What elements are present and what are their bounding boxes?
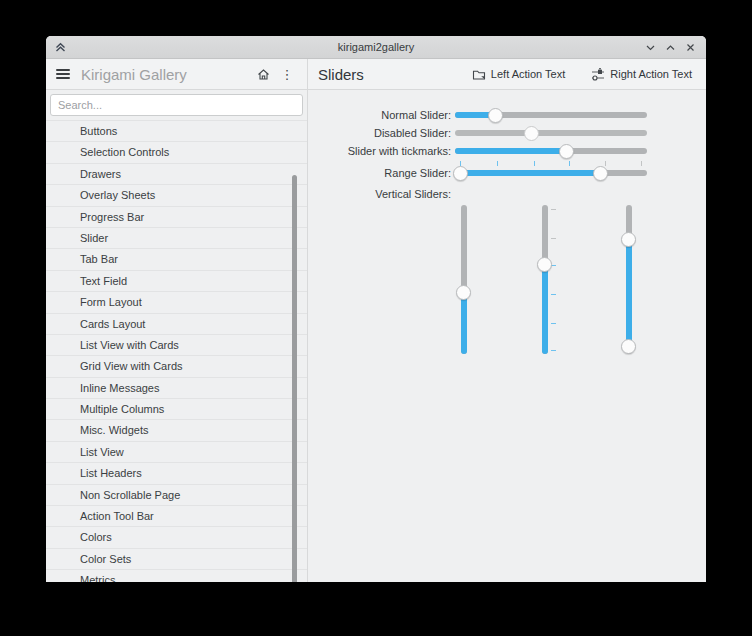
maximize-button[interactable] <box>664 41 677 54</box>
levels-icon <box>591 68 605 81</box>
disabled-slider-row: Disabled Slider: <box>308 125 647 141</box>
slider-handle[interactable] <box>621 232 636 247</box>
window-title: kirigami2gallery <box>46 41 706 53</box>
disabled-slider <box>455 125 647 141</box>
kebab-icon: ⋮ <box>281 68 294 81</box>
sidebar-item[interactable]: Buttons <box>46 121 307 142</box>
vertical-slider-1[interactable] <box>456 205 471 354</box>
slider-handle[interactable] <box>488 108 503 123</box>
disabled-slider-label: Disabled Slider: <box>308 127 455 139</box>
slider-handle <box>524 126 539 141</box>
home-icon <box>256 67 271 82</box>
slider-fill <box>461 293 467 354</box>
sidebar-item[interactable]: Multiple Columns <box>46 399 307 420</box>
sidebar-item[interactable]: Tab Bar <box>46 249 307 270</box>
sidebar-item[interactable]: Slider <box>46 228 307 249</box>
left-action-button[interactable]: Left Action Text <box>468 65 569 84</box>
sidebar-item[interactable]: Form Layout <box>46 292 307 313</box>
normal-slider-label: Normal Slider: <box>308 109 455 121</box>
normal-slider[interactable] <box>455 107 647 123</box>
right-action-button[interactable]: Right Action Text <box>587 65 696 84</box>
tickmark-slider-label: Slider with tickmarks: <box>308 145 455 157</box>
app-title: Kirigami Gallery <box>81 66 251 83</box>
range-slider-row: Range Slider: <box>308 165 647 181</box>
hamburger-menu-button[interactable] <box>54 62 72 86</box>
sidebar-item[interactable]: Progress Bar <box>46 207 307 228</box>
sidebar-item[interactable]: List View <box>46 442 307 463</box>
range-slider[interactable] <box>455 165 647 181</box>
sidebar-item[interactable]: Cards Layout <box>46 314 307 335</box>
slider-handle[interactable] <box>456 285 471 300</box>
sidebar-item[interactable]: Grid View with Cards <box>46 356 307 377</box>
sidebar-header: Kirigami Gallery ⋮ <box>46 59 308 89</box>
slider-handle[interactable] <box>537 257 552 272</box>
slider-fill <box>626 239 632 346</box>
sidebar: ButtonsSelection ControlsDrawersOverlay … <box>46 90 308 582</box>
tickmark <box>551 294 556 295</box>
slider-page-content: Normal Slider:Disabled Slider:Slider wit… <box>308 90 706 582</box>
normal-slider-row: Normal Slider: <box>308 107 647 123</box>
overflow-menu-button[interactable]: ⋮ <box>275 62 299 86</box>
sidebar-scrollbar[interactable] <box>292 175 297 582</box>
page-title: Sliders <box>318 66 364 83</box>
slider-fill <box>461 170 601 176</box>
page-header: Sliders Left Action Text Right Action Te… <box>308 59 706 89</box>
sidebar-item[interactable]: List View with Cards <box>46 335 307 356</box>
slider-handle[interactable] <box>453 166 468 181</box>
close-button[interactable] <box>684 41 697 54</box>
vertical-sliders-label: Vertical Sliders: <box>308 188 455 200</box>
tickmark <box>551 209 556 210</box>
sidebar-nav-list: ButtonsSelection ControlsDrawersOverlay … <box>46 120 307 582</box>
sidebar-item[interactable]: Action Tool Bar <box>46 506 307 527</box>
sidebar-item[interactable]: Overlay Sheets <box>46 185 307 206</box>
sidebar-item[interactable]: Selection Controls <box>46 142 307 163</box>
right-action-label: Right Action Text <box>610 68 692 80</box>
sidebar-item[interactable]: Color Sets <box>46 549 307 570</box>
search-input[interactable] <box>50 94 303 116</box>
header: Kirigami Gallery ⋮ Sliders Left Action T… <box>46 59 706 90</box>
minimize-button[interactable] <box>644 41 657 54</box>
sidebar-item[interactable]: Drawers <box>46 164 307 185</box>
slider-handle[interactable] <box>559 144 574 159</box>
tickmark-slider-row: Slider with tickmarks: <box>308 143 647 159</box>
range-slider-label: Range Slider: <box>308 167 455 179</box>
sidebar-item[interactable]: Metrics <box>46 570 307 582</box>
sidebar-item[interactable]: Non Scrollable Page <box>46 485 307 506</box>
vertical-slider-3[interactable] <box>621 205 636 354</box>
home-button[interactable] <box>251 62 275 86</box>
sidebar-item[interactable]: Misc. Widgets <box>46 420 307 441</box>
slider-fill <box>542 265 548 354</box>
vertical-slider-2[interactable] <box>537 205 552 354</box>
left-action-label: Left Action Text <box>491 68 565 80</box>
slider-fill <box>455 148 566 154</box>
sidebar-item[interactable]: Colors <box>46 527 307 548</box>
folder-icon <box>472 68 486 81</box>
tickmark <box>551 323 556 324</box>
slider-handle[interactable] <box>621 339 636 354</box>
hamburger-icon <box>56 69 70 79</box>
tickmark-slider[interactable] <box>455 143 647 159</box>
tickmark <box>551 238 556 239</box>
slider-handle[interactable] <box>593 166 608 181</box>
tickmark <box>551 350 556 351</box>
app-window: kirigami2gallery Kirigami Gallery ⋮ <box>46 36 706 582</box>
vertical-sliders-row: Vertical Sliders: <box>308 186 455 202</box>
sidebar-item[interactable]: Text Field <box>46 271 307 292</box>
titlebar[interactable]: kirigami2gallery <box>46 36 706 59</box>
slider-track <box>455 130 647 136</box>
sidebar-item[interactable]: Inline Messages <box>46 378 307 399</box>
sidebar-item[interactable]: List Headers <box>46 463 307 484</box>
